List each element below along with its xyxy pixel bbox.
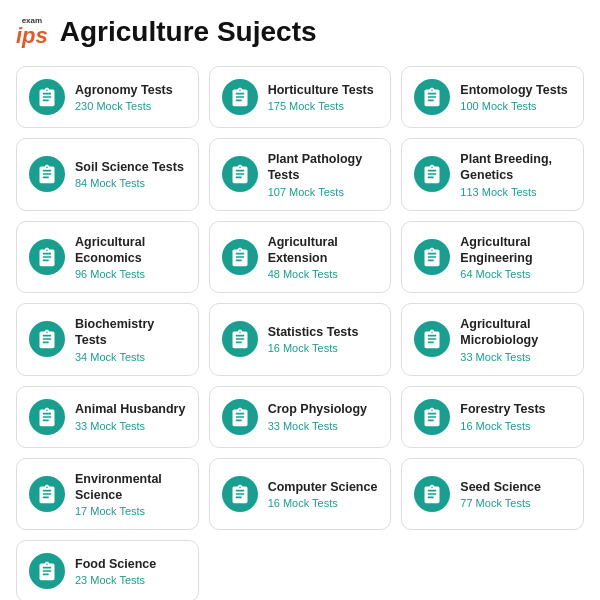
clipboard-icon [230,329,250,349]
clipboard-icon [37,247,57,267]
subject-card[interactable]: Plant Pathology Tests 107 Mock Tests [209,138,392,211]
card-sub: 175 Mock Tests [268,100,374,112]
subject-card[interactable]: Computer Science 16 Mock Tests [209,458,392,531]
card-text: Plant Pathology Tests 107 Mock Tests [268,151,379,198]
card-sub: 16 Mock Tests [268,497,378,509]
card-title: Agricultural Microbiology [460,316,571,349]
card-text: Soil Science Tests 84 Mock Tests [75,159,184,189]
card-sub: 107 Mock Tests [268,186,379,198]
card-icon [222,239,258,275]
subjects-grid: Agronomy Tests 230 Mock Tests Horticultu… [16,66,584,600]
page-header: exam ips Agriculture Sujects [16,16,584,48]
subject-card[interactable]: Statistics Tests 16 Mock Tests [209,303,392,376]
card-icon [222,79,258,115]
card-title: Entomology Tests [460,82,567,98]
clipboard-icon [37,561,57,581]
card-text: Agronomy Tests 230 Mock Tests [75,82,173,112]
card-text: Horticulture Tests 175 Mock Tests [268,82,374,112]
card-text: Animal Husbandry 33 Mock Tests [75,401,185,431]
card-sub: 23 Mock Tests [75,574,156,586]
clipboard-icon [37,484,57,504]
subject-card[interactable]: Soil Science Tests 84 Mock Tests [16,138,199,211]
clipboard-icon [230,87,250,107]
card-title: Food Science [75,556,156,572]
card-sub: 84 Mock Tests [75,177,184,189]
clipboard-icon [37,407,57,427]
card-sub: 230 Mock Tests [75,100,173,112]
card-text: Agricultural Extension 48 Mock Tests [268,234,379,281]
card-title: Forestry Tests [460,401,545,417]
subject-card[interactable]: Food Science 23 Mock Tests [16,540,199,600]
card-title: Plant Breeding, Genetics [460,151,571,184]
card-title: Agricultural Extension [268,234,379,267]
card-title: Agricultural Engineering [460,234,571,267]
card-text: Agricultural Economics 96 Mock Tests [75,234,186,281]
card-text: Plant Breeding, Genetics 113 Mock Tests [460,151,571,198]
card-sub: 16 Mock Tests [460,420,545,432]
logo-ips-text: ips [16,25,48,47]
card-title: Animal Husbandry [75,401,185,417]
card-icon [29,399,65,435]
card-icon [222,399,258,435]
card-sub: 33 Mock Tests [268,420,367,432]
card-text: Biochemistry Tests 34 Mock Tests [75,316,186,363]
clipboard-icon [422,164,442,184]
card-sub: 16 Mock Tests [268,342,359,354]
clipboard-icon [422,407,442,427]
clipboard-icon [230,164,250,184]
page-title: Agriculture Sujects [60,16,317,48]
subject-card[interactable]: Plant Breeding, Genetics 113 Mock Tests [401,138,584,211]
subject-card[interactable]: Agricultural Engineering 64 Mock Tests [401,221,584,294]
subject-card[interactable]: Crop Physiology 33 Mock Tests [209,386,392,448]
card-sub: 48 Mock Tests [268,268,379,280]
card-icon [222,321,258,357]
card-text: Crop Physiology 33 Mock Tests [268,401,367,431]
subject-card[interactable]: Entomology Tests 100 Mock Tests [401,66,584,128]
card-icon [29,553,65,589]
subject-card[interactable]: Biochemistry Tests 34 Mock Tests [16,303,199,376]
card-icon [414,476,450,512]
card-icon [414,399,450,435]
clipboard-icon [230,484,250,504]
card-text: Statistics Tests 16 Mock Tests [268,324,359,354]
clipboard-icon [230,247,250,267]
clipboard-icon [422,247,442,267]
card-icon [29,79,65,115]
subject-card[interactable]: Horticulture Tests 175 Mock Tests [209,66,392,128]
card-icon [222,156,258,192]
clipboard-icon [37,329,57,349]
subject-card[interactable]: Agricultural Microbiology 33 Mock Tests [401,303,584,376]
clipboard-icon [422,329,442,349]
card-icon [414,239,450,275]
card-sub: 96 Mock Tests [75,268,186,280]
clipboard-icon [422,484,442,504]
card-sub: 64 Mock Tests [460,268,571,280]
card-icon [414,156,450,192]
card-sub: 33 Mock Tests [75,420,185,432]
subject-card[interactable]: Agricultural Economics 96 Mock Tests [16,221,199,294]
card-text: Computer Science 16 Mock Tests [268,479,378,509]
subject-card[interactable]: Seed Science 77 Mock Tests [401,458,584,531]
subject-card[interactable]: Forestry Tests 16 Mock Tests [401,386,584,448]
card-text: Environmental Science 17 Mock Tests [75,471,186,518]
card-text: Food Science 23 Mock Tests [75,556,156,586]
card-text: Entomology Tests 100 Mock Tests [460,82,567,112]
card-title: Agronomy Tests [75,82,173,98]
card-title: Horticulture Tests [268,82,374,98]
clipboard-icon [37,164,57,184]
clipboard-icon [37,87,57,107]
subject-card[interactable]: Agronomy Tests 230 Mock Tests [16,66,199,128]
card-icon [29,239,65,275]
subject-card[interactable]: Animal Husbandry 33 Mock Tests [16,386,199,448]
logo: exam ips [16,17,48,47]
card-title: Crop Physiology [268,401,367,417]
subject-card[interactable]: Agricultural Extension 48 Mock Tests [209,221,392,294]
card-sub: 34 Mock Tests [75,351,186,363]
card-icon [29,156,65,192]
card-icon [29,321,65,357]
card-text: Agricultural Microbiology 33 Mock Tests [460,316,571,363]
card-sub: 17 Mock Tests [75,505,186,517]
card-title: Computer Science [268,479,378,495]
subject-card[interactable]: Environmental Science 17 Mock Tests [16,458,199,531]
card-title: Plant Pathology Tests [268,151,379,184]
